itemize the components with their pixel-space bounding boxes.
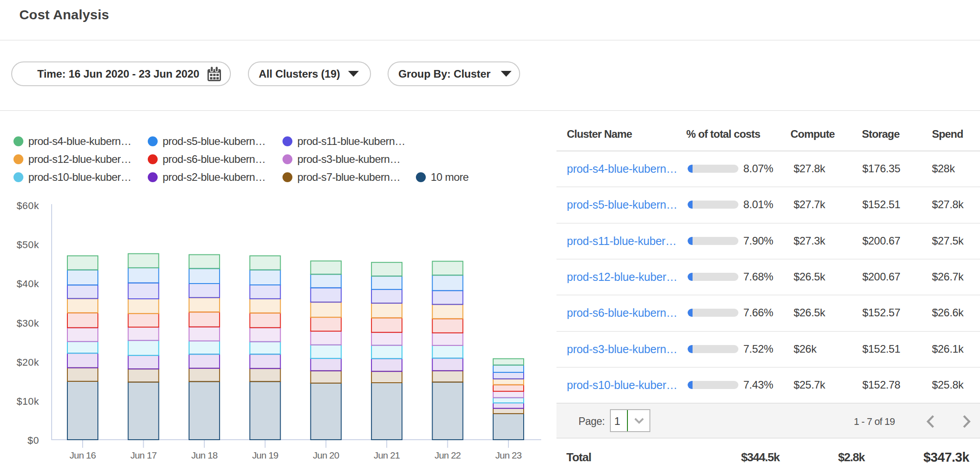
svg-text:Jun 22: Jun 22 (434, 450, 460, 460)
svg-text:Jun 21: Jun 21 (374, 450, 400, 460)
svg-text:$40k: $40k (17, 278, 40, 289)
svg-text:Jun 20: Jun 20 (313, 450, 339, 460)
svg-text:$50k: $50k (17, 239, 40, 250)
svg-text:Jun 16: Jun 16 (70, 450, 96, 460)
svg-text:$60k: $60k (17, 200, 40, 211)
svg-text:$10k: $10k (17, 396, 40, 407)
svg-text:$0: $0 (27, 435, 39, 446)
svg-text:$30k: $30k (17, 318, 40, 329)
svg-text:Jun 17: Jun 17 (130, 450, 156, 460)
svg-text:Jun 23: Jun 23 (495, 450, 521, 460)
svg-text:Jun 19: Jun 19 (252, 450, 278, 460)
svg-text:$20k: $20k (17, 357, 40, 368)
svg-text:Jun 18: Jun 18 (191, 450, 217, 460)
